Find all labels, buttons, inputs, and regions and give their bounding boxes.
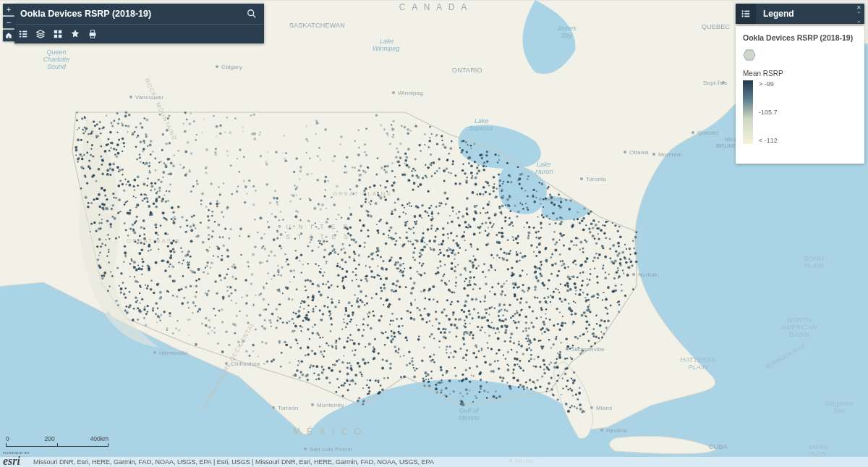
svg-point-521 [352, 340, 353, 341]
svg-point-1802 [222, 236, 224, 237]
zoom-in-button[interactable]: + [3, 4, 14, 15]
legend-icon[interactable] [14, 25, 32, 43]
svg-point-1973 [138, 309, 141, 312]
svg-point-1543 [242, 340, 245, 343]
svg-point-1439 [336, 265, 339, 268]
svg-point-251 [275, 151, 277, 153]
svg-point-2836 [214, 280, 216, 282]
layerlist-icon[interactable] [32, 25, 49, 43]
svg-point-2080 [545, 198, 548, 201]
svg-point-95 [341, 248, 343, 251]
svg-point-2054 [564, 284, 567, 287]
svg-point-593 [109, 167, 111, 169]
svg-point-1023 [506, 259, 508, 261]
svg-point-2052 [114, 120, 116, 122]
svg-point-959 [609, 238, 611, 240]
svg-point-883 [458, 224, 461, 227]
svg-point-2574 [148, 269, 150, 271]
svg-point-1093 [451, 206, 454, 209]
svg-point-2845 [452, 160, 454, 162]
svg-point-2474 [519, 286, 520, 287]
svg-point-701 [322, 274, 324, 277]
svg-point-983 [424, 272, 426, 274]
svg-point-2147 [371, 297, 373, 299]
svg-point-789 [533, 366, 535, 367]
svg-point-2465 [624, 244, 626, 245]
svg-point-315 [263, 327, 265, 329]
svg-point-114 [567, 389, 569, 391]
svg-point-1291 [487, 211, 489, 214]
svg-point-1058 [429, 336, 431, 338]
svg-point-1185 [376, 224, 378, 225]
svg-point-2210 [310, 236, 313, 239]
svg-point-42 [195, 227, 196, 229]
svg-point-484 [377, 192, 379, 194]
svg-point-1494 [598, 253, 601, 256]
svg-point-800 [178, 289, 181, 292]
svg-point-1911 [507, 268, 509, 270]
svg-point-1677 [490, 266, 493, 269]
svg-point-144 [106, 169, 109, 172]
svg-point-2126 [270, 251, 273, 253]
svg-point-2547 [529, 342, 532, 344]
legend-header[interactable]: Legend ✕ ⌃ ⌄ [736, 4, 864, 24]
svg-point-1809 [429, 355, 432, 358]
svg-point-879 [112, 193, 114, 195]
home-button[interactable] [3, 30, 14, 41]
svg-point-1164 [289, 362, 291, 363]
svg-point-2414 [98, 255, 100, 256]
svg-point-167 [183, 122, 185, 125]
svg-point-2254 [148, 266, 150, 268]
svg-point-2505 [425, 298, 427, 300]
svg-point-1559 [334, 306, 336, 308]
svg-point-2264 [362, 401, 364, 403]
svg-point-2083 [542, 284, 545, 287]
svg-point-2001 [160, 224, 162, 227]
svg-point-1970 [543, 323, 545, 325]
svg-point-1063 [419, 256, 422, 258]
svg-point-2613 [592, 332, 595, 335]
svg-point-2778 [388, 237, 391, 239]
svg-point-2780 [145, 135, 148, 138]
svg-point-2646 [187, 141, 190, 144]
svg-point-1197 [535, 197, 537, 198]
svg-point-2562 [331, 196, 332, 198]
bookmark-icon[interactable] [67, 25, 84, 43]
svg-point-1410 [424, 371, 427, 374]
svg-point-1212 [550, 201, 553, 203]
svg-point-1240 [490, 348, 493, 350]
svg-point-2720 [259, 132, 261, 134]
svg-point-2279 [432, 325, 433, 327]
svg-point-972 [392, 320, 393, 321]
chevron-up-icon[interactable]: ⌃ [854, 11, 863, 17]
svg-point-2003 [601, 245, 603, 247]
zoom-out-button[interactable]: − [3, 17, 14, 28]
svg-text:Hermosillo: Hermosillo [159, 350, 188, 356]
svg-point-2021 [410, 317, 413, 320]
svg-point-204 [320, 294, 323, 297]
svg-point-400 [137, 185, 139, 187]
svg-point-1372 [78, 127, 80, 129]
basemap-icon[interactable] [49, 25, 67, 43]
svg-point-2074 [594, 237, 596, 240]
svg-point-1455 [129, 291, 131, 293]
svg-point-1864 [169, 275, 171, 278]
svg-point-293 [342, 277, 345, 279]
svg-point-2197 [553, 203, 556, 206]
svg-point-1430 [208, 326, 211, 329]
print-icon[interactable] [84, 25, 101, 43]
svg-point-2022 [486, 160, 488, 162]
svg-point-2087 [426, 244, 427, 245]
svg-point-333 [473, 233, 476, 236]
svg-point-2600 [263, 286, 264, 287]
svg-point-1722 [382, 358, 384, 361]
svg-point-2232 [622, 270, 624, 272]
svg-text:Ottawa: Ottawa [629, 149, 649, 156]
close-icon[interactable]: ✕ [854, 4, 863, 11]
svg-point-2513 [383, 284, 385, 286]
svg-point-2120 [365, 278, 367, 280]
svg-point-1907 [503, 195, 504, 196]
svg-point-1874 [125, 201, 127, 203]
chevron-down-icon[interactable]: ⌄ [854, 17, 863, 24]
search-button[interactable] [239, 4, 264, 24]
